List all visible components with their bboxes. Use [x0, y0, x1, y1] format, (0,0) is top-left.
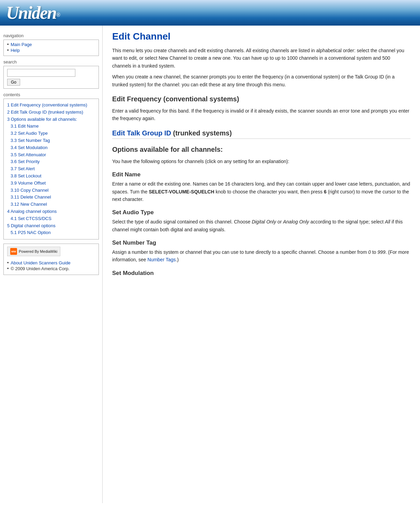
powered-by-badge: MW Powered By MediaWiki	[7, 247, 95, 258]
logo-text: Uniden	[6, 3, 56, 23]
contents-link-3-11[interactable]: 3.11 Delete Channel	[7, 194, 95, 201]
nav-item-help: Help	[7, 48, 95, 53]
contents-link-3-2[interactable]: 3.2 Set Audio Type	[7, 130, 95, 137]
mediawiki-icon: MW	[10, 248, 17, 255]
nav-item-main: Main Page	[7, 42, 95, 47]
section3b-text2: or	[276, 219, 283, 224]
contents-link-3-7[interactable]: 3.7 Set Alert	[7, 165, 95, 173]
contents-link-1[interactable]: 1 Edit Frequency (conventional systems)	[7, 102, 95, 109]
navigation-box: Main Page Help	[3, 40, 99, 56]
nav-list: Main Page Help	[7, 42, 95, 53]
intro-paragraph-1: This menu lets you create channels and e…	[112, 47, 410, 70]
contents-link-5[interactable]: 5 Digital channel options	[7, 222, 95, 230]
section3b-text1: Select the type of audio signal containe…	[112, 219, 252, 224]
section3b-heading: Set Audio Type	[112, 209, 410, 216]
section1-heading: Edit Frequency (conventional systems)	[112, 95, 410, 104]
contents-link-3-9[interactable]: 3.9 Volume Offset	[7, 180, 95, 187]
sidebar: navigation Main Page Help search Go cont…	[0, 26, 102, 279]
contents-link-3-12[interactable]: 3.12 New Channel	[7, 201, 95, 208]
nav-link-main[interactable]: Main Page	[11, 42, 32, 47]
nav-link-help[interactable]: Help	[11, 48, 20, 53]
search-go-button[interactable]: Go	[7, 79, 20, 86]
copyright-text: © 2009 Uniden America Corp.	[11, 266, 70, 271]
intro-paragraph-2: When you create a new channel, the scann…	[112, 73, 410, 88]
footer-link-about[interactable]: About Uniden Scanners Guide	[11, 260, 71, 265]
search-input[interactable]	[7, 69, 75, 77]
search-box: Go	[3, 66, 99, 89]
contents-link-3-4[interactable]: 3.4 Set Modulation	[7, 144, 95, 151]
navigation-title: navigation	[3, 33, 99, 38]
section3-heading: Options available for all channels:	[112, 146, 410, 155]
section3c-heading: Set Number Tag	[112, 239, 410, 246]
contents-link-3[interactable]: 3 Options available for all channels:	[7, 116, 95, 123]
page-header: Uniden®	[0, 0, 420, 26]
section3a-paragraph: Enter a name or edit the existing one. N…	[112, 180, 410, 203]
section2-heading: Edit Talk Group ID (trunked systems)	[112, 129, 410, 139]
search-title: search	[3, 59, 99, 64]
section3c-italic2: 999	[377, 249, 385, 255]
section3c-link[interactable]: Number Tags	[148, 257, 176, 262]
contents-link-4-1[interactable]: 4.1 Set CTCSS/DCS	[7, 215, 95, 222]
contents-title: contents	[3, 92, 99, 97]
footer-item-about: About Uniden Scanners Guide	[7, 260, 95, 265]
section3c-paragraph: Assign a number to this system or channe…	[112, 248, 410, 264]
section3d-heading: Set Modulation	[112, 270, 410, 277]
main-content: Edit Channel This menu lets you create c…	[103, 26, 420, 284]
section3c-text4: .)	[176, 257, 179, 262]
contents-link-3-10[interactable]: 3.10 Copy Channel	[7, 187, 95, 194]
section3b-italic3: All	[385, 219, 390, 224]
section3-paragraph: You have the following options for chann…	[112, 158, 410, 165]
section3a-heading: Edit Name	[112, 171, 410, 178]
section3c-text2: to	[371, 249, 377, 255]
contents-link-3-8[interactable]: 3.8 Set Lockout	[7, 173, 95, 180]
powered-badge: MW Powered By MediaWiki	[7, 247, 60, 256]
contents-link-5-1[interactable]: 5.1 P25 NAC Option	[7, 229, 95, 236]
contents-link-2[interactable]: 2 Edit Talk Group ID (trunked systems)	[7, 109, 95, 116]
section2-heading-rest: (trunked systems)	[173, 129, 232, 137]
section2-heading-link[interactable]: Edit Talk Group ID	[112, 129, 171, 137]
footer-box: MW Powered By MediaWiki About Uniden Sca…	[3, 244, 99, 275]
section3c-text1: Assign a number to this system or channe…	[112, 249, 368, 255]
contents-box: 1 Edit Frequency (conventional systems) …	[3, 99, 99, 239]
footer-links: About Uniden Scanners Guide © 2009 Unide…	[7, 260, 95, 271]
section3b-paragraph: Select the type of audio signal containe…	[112, 218, 410, 233]
powered-by-text: Powered By MediaWiki	[19, 249, 57, 253]
section3a-text2: knob to choose the character you want, t…	[214, 189, 324, 194]
logo: Uniden®	[6, 3, 60, 23]
section3b-text3: according to the signal type; select	[309, 219, 385, 224]
section3a-bold1: SELECT-VOLUME-SQUELCH	[149, 189, 214, 194]
contents-link-3-3[interactable]: 3.3 Set Number Tag	[7, 137, 95, 144]
section1-paragraph: Enter a valid frequency for this band. I…	[112, 107, 410, 122]
footer-item-copyright: © 2009 Uniden America Corp.	[7, 266, 95, 271]
contents-link-3-5[interactable]: 3.5 Set Attenuator	[7, 151, 95, 159]
section3b-italic2: Analog Only	[283, 219, 309, 224]
contents-link-3-1[interactable]: 3.1 Edit Name	[7, 123, 95, 130]
logo-reg: ®	[56, 12, 60, 18]
section3b-italic1: Digital Only	[252, 219, 276, 224]
page-title: Edit Channel	[112, 31, 410, 42]
section3a-bold2: 6	[324, 189, 327, 194]
contents-link-3-6[interactable]: 3.6 Set Priority	[7, 158, 95, 165]
contents-link-4[interactable]: 4 Analog channel options	[7, 208, 95, 215]
section3c-italic1: 0	[368, 249, 371, 255]
